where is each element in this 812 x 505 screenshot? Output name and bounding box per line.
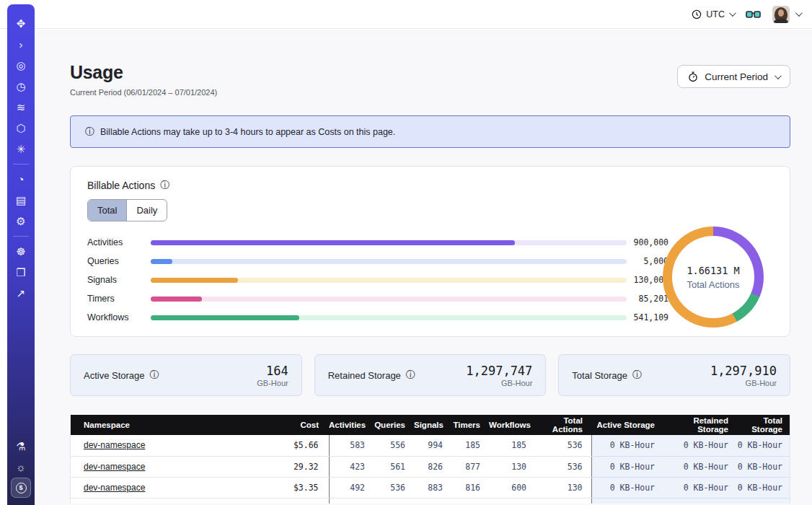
chevron-down-icon	[729, 9, 736, 17]
col-workflows: Workflows	[489, 415, 535, 435]
bar-value: 85,201	[627, 294, 668, 304]
book-icon: ❒	[16, 266, 25, 279]
tab-total[interactable]: Total	[88, 200, 126, 221]
cell-cost: $5.66	[273, 435, 329, 456]
tab-daily[interactable]: Daily	[126, 200, 167, 221]
sidebar-item-deployments[interactable]: ⬡	[7, 118, 35, 139]
namespace-usage-table: Namespace Cost Activities Queries Signal…	[70, 415, 790, 504]
info-icon[interactable]: ⓘ	[632, 369, 642, 382]
col-total-actions: Total Actions	[535, 415, 591, 435]
total-actions-value: 1.66131 M	[687, 265, 739, 276]
col-namespace: Namespace	[71, 415, 273, 435]
cell-retained-storage: 0 KB-Hour	[663, 456, 737, 477]
clock-icon	[692, 9, 702, 19]
cell-timers: 816	[451, 477, 489, 498]
retained-storage-unit: GB-Hour	[466, 379, 532, 387]
namespace-link[interactable]: dev-namespace	[84, 483, 145, 493]
retained-storage-label: Retained Storage	[328, 370, 401, 381]
bar-fill	[151, 278, 238, 283]
bar-fill	[151, 297, 202, 302]
cell-retained-storage: 0 KB-Hour	[663, 435, 737, 456]
info-banner: ⓘ Billable Actions may take up to 3-4 ho…	[70, 115, 790, 148]
bar-label: Signals	[87, 275, 151, 285]
info-icon: ⓘ	[85, 126, 94, 139]
sidebar-item-docs[interactable]: ❒	[7, 262, 35, 283]
cell-signals: 826	[414, 456, 451, 477]
bar-label: Timers	[87, 294, 151, 304]
glasses-icon[interactable]	[746, 9, 761, 19]
cell-cost: $3.35	[273, 477, 329, 498]
sidebar-item-invoices[interactable]: ▤	[7, 190, 35, 211]
col-signals: Signals	[414, 415, 451, 435]
info-icon[interactable]: ⓘ	[150, 369, 159, 382]
bar-row: Signals 130,000	[87, 271, 668, 289]
info-icon[interactable]: ⓘ	[160, 179, 169, 192]
cell-active-storage: 0 KB-Hour	[591, 456, 663, 477]
storage-summary-row: Active Storageⓘ 164 GB-Hour Retained Sto…	[70, 354, 790, 396]
bar-row: Queries 5,000	[87, 252, 668, 271]
bar-row: Activities 900,000	[87, 233, 668, 252]
temporal-logo-icon[interactable]: ✥	[7, 13, 35, 34]
total-daily-tabs: Total Daily	[87, 199, 167, 221]
cell-activities: 583	[329, 435, 374, 456]
sidebar-item-labs[interactable]: ⚗	[7, 436, 35, 457]
sidebar-item-namespaces[interactable]: ◎	[7, 55, 35, 76]
bar-label: Activities	[87, 237, 151, 247]
sidebar-item-nexus[interactable]: ✳	[7, 139, 35, 159]
total-storage-unit: GB-Hour	[710, 379, 777, 387]
sidebar-collapse-icon[interactable]: ›	[7, 34, 35, 55]
sidebar-item-getting-started[interactable]: ↗	[7, 283, 35, 304]
flask-icon: ⚗	[16, 440, 25, 453]
bar-label: Queries	[87, 256, 151, 266]
bar-label: Workflows	[87, 312, 151, 322]
bar-fill	[151, 315, 299, 320]
sidebar-item-support[interactable]: ☸	[7, 241, 35, 262]
cell-cost: 29.32	[273, 456, 329, 477]
table-row: dev-namespace 29.32 423 561 826 877 130 …	[71, 456, 790, 477]
namespaces-icon: ◎	[16, 59, 25, 72]
sidebar: ✥ › ◎ ◷ ≋ ⬡ ✳ ◔ ▤ ⚙ ☸ ❒ ↗ ⚗ ☼ $	[7, 4, 35, 505]
sidebar-divider	[13, 164, 29, 164]
topbar: UTC	[0, 0, 812, 29]
cell-workflows: 600	[489, 477, 535, 498]
period-selector-button[interactable]: Current Period	[677, 65, 790, 88]
table-row: dev-namespace $5.66 583 556 994 185 185 …	[71, 435, 790, 456]
sidebar-item-usage[interactable]: ◔	[7, 169, 35, 190]
sidebar-item-batch-operations[interactable]: ≋	[7, 97, 35, 118]
active-storage-label: Active Storage	[84, 370, 145, 381]
asterisk-icon: ✳	[17, 143, 26, 156]
cell-total-storage: 0 KB-Hour	[737, 456, 790, 477]
invoice-icon: ▤	[16, 194, 26, 207]
chevron-down-icon	[795, 9, 803, 17]
table-header-row: Namespace Cost Activities Queries Signal…	[71, 415, 790, 435]
avatar	[772, 6, 790, 23]
retained-storage-card: Retained Storageⓘ 1,297,747 GB-Hour	[314, 354, 547, 396]
dollar-icon: $	[16, 483, 27, 493]
namespace-link[interactable]: dev-namespace	[84, 462, 145, 472]
sidebar-item-theme[interactable]: ☼	[7, 457, 35, 478]
bar-fill	[151, 259, 172, 264]
col-timers: Timers	[451, 415, 489, 435]
billable-actions-card: Billable Actions ⓘ Total Daily Activitie…	[70, 166, 790, 337]
cell-queries: 561	[374, 456, 414, 477]
donut-ring: 1.66131 M Total Actions	[663, 227, 764, 328]
user-menu[interactable]	[772, 6, 800, 23]
cell-total-storage: 0 KB-Hour	[737, 435, 790, 456]
col-retained-storage: Retained Storage	[663, 415, 737, 435]
sidebar-item-schedules[interactable]: ◷	[7, 76, 35, 97]
sidebar-item-billing[interactable]: $	[11, 478, 31, 498]
sidebar-item-settings[interactable]: ⚙	[7, 211, 35, 232]
bar-value: 900,000	[627, 237, 668, 247]
timezone-selector[interactable]: UTC	[692, 9, 734, 19]
gear-icon: ⚙	[16, 215, 25, 228]
bar-row: Timers 85,201	[87, 289, 668, 308]
sidebar-divider	[13, 236, 29, 237]
schedules-icon: ◷	[16, 80, 25, 93]
cell-activities: 492	[329, 477, 374, 498]
bar-track	[151, 278, 627, 283]
billable-bar-chart: Activities 900,000 Queries 5,000 Signals…	[87, 233, 668, 327]
info-icon[interactable]: ⓘ	[406, 369, 415, 382]
namespace-link[interactable]: dev-namespace	[84, 440, 145, 450]
total-storage-card: Total Storageⓘ 1,297,910 GB-Hour	[558, 354, 790, 396]
cell-timers: 185	[451, 435, 489, 456]
